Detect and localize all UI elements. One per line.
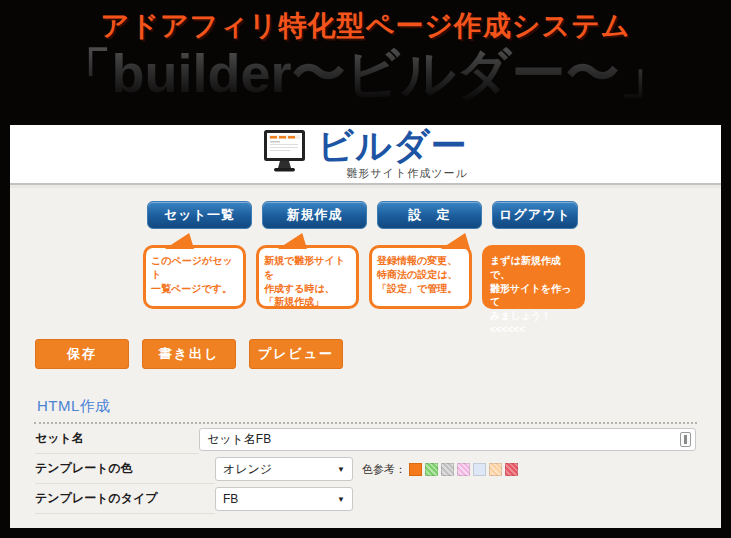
template-color-selected: オレンジ — [223, 461, 272, 478]
swatch-green — [425, 463, 438, 476]
set-name-label: セット名 — [35, 424, 199, 454]
save-button[interactable]: 保存 — [35, 339, 129, 369]
template-type-label: テンプレートのタイプ — [35, 484, 215, 514]
callout-text: このページがセット 一覧ページです。 — [151, 254, 239, 295]
form-row-template-color: テンプレートの色 オレンジ ▼ 色参考： — [35, 454, 696, 484]
nav-button-create-new[interactable]: 新規作成 — [262, 201, 367, 229]
template-color-select[interactable]: オレンジ ▼ — [215, 457, 353, 481]
callout-text: 登録情報の変更、 特商法の設定は、 「設定」で管理。 — [377, 254, 465, 295]
callout-create-new: 新規で雛形サイトを 作成する時は、 「新規作成」 — [256, 245, 359, 309]
template-color-label: テンプレートの色 — [35, 454, 215, 484]
export-button[interactable]: 書き出し — [142, 339, 236, 369]
nav-button-logout[interactable]: ログアウト — [492, 201, 578, 229]
action-row: 保存 書き出し プレビュー — [35, 339, 721, 369]
nav-button-set-list[interactable]: セット一覧 — [147, 201, 252, 229]
callout-set-list: このページがセット 一覧ページです。 — [143, 245, 246, 309]
logo-subtitle: 雛形サイト作成ツール — [346, 166, 467, 181]
template-type-selected: FB — [223, 492, 238, 506]
banner-subtitle: アドアフィリ特化型ページ作成システム — [0, 7, 731, 45]
set-name-input[interactable] — [199, 428, 696, 451]
swatch-pink — [457, 463, 470, 476]
autofill-icon[interactable] — [680, 432, 691, 447]
swatch-peach — [489, 463, 502, 476]
swatch-pale-blue — [473, 463, 486, 476]
nav-row: セット一覧 新規作成 設 定 ログアウト — [147, 201, 721, 229]
section-title-html-create: HTML作成 — [37, 397, 721, 416]
form-row-template-type: テンプレートのタイプ FB ▼ — [35, 484, 696, 514]
swatch-orange — [409, 463, 422, 476]
form-row-set-name: セット名 — [35, 424, 696, 454]
top-banner: アドアフィリ特化型ページ作成システム 「builder〜ビルダー〜」 — [0, 0, 731, 102]
callout-tail-icon — [273, 233, 307, 249]
logo-name: ビルダー — [317, 128, 468, 164]
logo: ビルダー 雛形サイト作成ツール — [263, 128, 468, 181]
callout-settings: 登録情報の変更、 特商法の設定は、 「設定」で管理。 — [369, 245, 472, 309]
content-area: セット一覧 新規作成 設 定 ログアウト このページがセット 一覧ページです。 … — [10, 185, 721, 514]
swatch-rose — [505, 463, 518, 476]
banner-title: 「builder〜ビルダー〜」 — [0, 45, 731, 102]
preview-button[interactable]: プレビュー — [249, 339, 343, 369]
logo-bar: ビルダー 雛形サイト作成ツール — [10, 125, 721, 185]
callout-get-started: まずは新規作成で、 雛形サイトを作って みましょう！ <<<<<< — [482, 245, 585, 309]
callout-row: このページがセット 一覧ページです。 新規で雛形サイトを 作成する時は、 「新規… — [143, 245, 721, 309]
callout-tail-icon — [160, 233, 194, 249]
chevron-down-icon: ▼ — [337, 495, 345, 504]
callout-text: まずは新規作成で、 雛形サイトを作って みましょう！ <<<<<< — [490, 254, 578, 337]
chevron-down-icon: ▼ — [337, 465, 345, 474]
color-swatches — [409, 463, 518, 476]
callout-tail-icon — [436, 233, 470, 249]
callout-text: 新規で雛形サイトを 作成する時は、 「新規作成」 — [264, 254, 352, 309]
color-reference: 色参考： — [362, 462, 518, 477]
swatch-gray — [441, 463, 454, 476]
nav-button-settings[interactable]: 設 定 — [377, 201, 482, 229]
monitor-icon — [263, 130, 309, 177]
template-type-select[interactable]: FB ▼ — [215, 487, 353, 511]
app-panel: ビルダー 雛形サイト作成ツール セット一覧 新規作成 設 定 ログアウト このペ… — [10, 125, 721, 528]
color-reference-label: 色参考： — [362, 462, 406, 477]
